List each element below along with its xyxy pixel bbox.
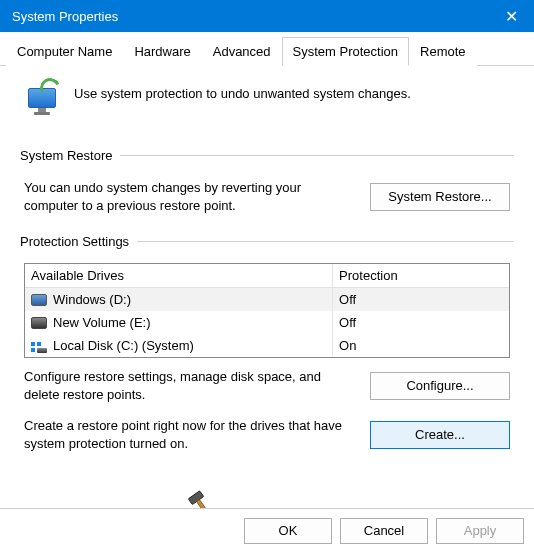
protection-shield-icon — [20, 80, 60, 120]
drive-protection: Off — [333, 288, 509, 311]
group-title-protection: Protection Settings — [20, 234, 129, 249]
drive-protection: Off — [333, 311, 509, 334]
table-row[interactable]: New Volume (E:) Off — [25, 311, 509, 334]
group-title-restore: System Restore — [20, 148, 112, 163]
svg-rect-0 — [188, 491, 203, 505]
col-header-protection: Protection — [333, 264, 509, 287]
ok-button[interactable]: OK — [244, 518, 332, 544]
divider — [120, 155, 514, 156]
tab-computer-name[interactable]: Computer Name — [6, 37, 123, 66]
create-desc: Create a restore point right now for the… — [24, 417, 354, 452]
create-button[interactable]: Create... — [370, 421, 510, 449]
tab-content: Use system protection to undo unwanted s… — [0, 66, 534, 482]
drive-icon — [31, 340, 47, 352]
table-row[interactable]: Local Disk (C:) (System) On — [25, 334, 509, 357]
intro-row: Use system protection to undo unwanted s… — [20, 80, 514, 120]
system-restore-group: System Restore You can undo system chang… — [20, 148, 514, 218]
system-restore-button[interactable]: System Restore... — [370, 183, 510, 211]
window-title: System Properties — [12, 9, 488, 24]
configure-button[interactable]: Configure... — [370, 372, 510, 400]
drive-icon — [31, 317, 47, 329]
tab-remote[interactable]: Remote — [409, 37, 477, 66]
restore-desc: You can undo system changes by reverting… — [24, 179, 354, 214]
table-row[interactable]: Windows (D:) Off — [25, 288, 509, 311]
tabstrip: Computer Name Hardware Advanced System P… — [0, 32, 534, 66]
apply-button: Apply — [436, 518, 524, 544]
intro-text: Use system protection to undo unwanted s… — [74, 80, 411, 101]
tab-system-protection[interactable]: System Protection — [282, 37, 410, 66]
drives-table[interactable]: Available Drives Protection Windows (D:)… — [24, 263, 510, 358]
cancel-button[interactable]: Cancel — [340, 518, 428, 544]
drive-name: Local Disk (C:) (System) — [53, 338, 194, 353]
tab-advanced[interactable]: Advanced — [202, 37, 282, 66]
drive-name: Windows (D:) — [53, 292, 131, 307]
protection-settings-group: Protection Settings Available Drives Pro… — [20, 234, 514, 456]
titlebar: System Properties ✕ — [0, 0, 534, 32]
drive-protection: On — [333, 334, 509, 357]
dialog-footer: OK Cancel Apply — [0, 508, 534, 552]
configure-desc: Configure restore settings, manage disk … — [24, 368, 354, 403]
table-header: Available Drives Protection — [25, 264, 509, 288]
close-icon[interactable]: ✕ — [488, 0, 534, 32]
col-header-drives: Available Drives — [25, 264, 333, 287]
drive-icon — [31, 294, 47, 306]
divider — [137, 241, 514, 242]
tab-hardware[interactable]: Hardware — [123, 37, 201, 66]
drive-name: New Volume (E:) — [53, 315, 151, 330]
